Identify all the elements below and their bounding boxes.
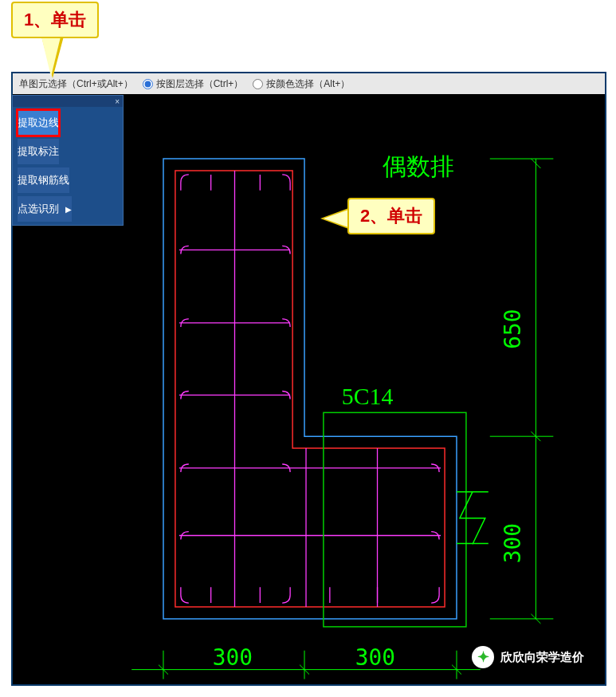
extract-annotation-button[interactable]: 提取标注 bbox=[18, 139, 59, 164]
break-line bbox=[457, 492, 488, 545]
callout-step-1: 1、单击 bbox=[11, 2, 99, 38]
radio-by-layer-input[interactable] bbox=[143, 79, 153, 89]
cad-app-window: 单图元选择（Ctrl+或Alt+） 按图层选择（Ctrl+） 按颜色选择（Alt… bbox=[11, 72, 606, 686]
extract-edge-button[interactable]: 提取边线 bbox=[18, 110, 59, 136]
radio-by-color[interactable]: 按颜色选择（Alt+） bbox=[253, 77, 350, 91]
drawing-label-rebar: 5C14 bbox=[342, 383, 394, 409]
dim-text-h1: 300 bbox=[213, 644, 253, 671]
chevron-right-icon: ▶ bbox=[65, 205, 72, 214]
wechat-icon: ✦ bbox=[472, 646, 494, 668]
radio-by-layer[interactable]: 按图层选择（Ctrl+） bbox=[143, 77, 244, 91]
callout-2-tail bbox=[324, 209, 351, 228]
selection-mode-label: 单图元选择（Ctrl+或Alt+） bbox=[19, 77, 133, 91]
panel-titlebar: × bbox=[13, 96, 123, 107]
radio-by-color-input[interactable] bbox=[253, 79, 263, 89]
red-rebar-cage bbox=[175, 171, 445, 607]
dim-text-v2: 300 bbox=[500, 523, 526, 563]
dim-text-v1: 650 bbox=[500, 309, 526, 348]
extract-panel: × 提取边线 提取标注 提取钢筋线 点选识别 ▶ bbox=[12, 95, 124, 226]
magenta-stirrups bbox=[179, 171, 441, 607]
drawing-label-top: 偶数排 bbox=[383, 153, 454, 179]
dim-text-h2: 300 bbox=[355, 644, 395, 671]
callout-step-2: 2、单击 bbox=[347, 198, 435, 234]
close-icon[interactable]: × bbox=[115, 97, 120, 106]
extract-rebar-button[interactable]: 提取钢筋线 bbox=[18, 167, 69, 193]
watermark: ✦ 欣欣向荣学造价 bbox=[472, 646, 584, 668]
point-recognize-button[interactable]: 点选识别 ▶ bbox=[18, 196, 72, 222]
dim-bottom-horizontal bbox=[131, 651, 481, 679]
selection-toolbar: 单图元选择（Ctrl+或Alt+） 按图层选择（Ctrl+） 按颜色选择（Alt… bbox=[13, 73, 605, 94]
